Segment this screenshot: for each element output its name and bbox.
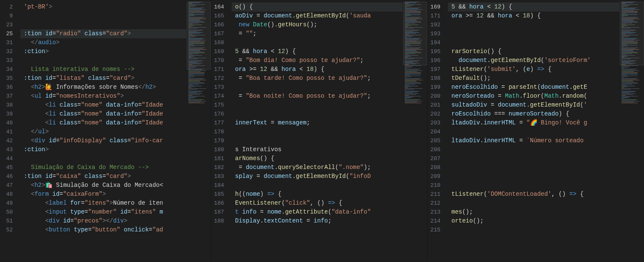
editor-pane-3[interactable]: 1691711921931941951961971981992002012022… [428,0,644,262]
code-line[interactable]: mes(); [451,208,619,217]
line-number: 202 [428,110,448,118]
code-line[interactable]: new Date().getHours(); [235,20,403,29]
line-number: 169 [428,3,448,11]
code-line[interactable]: document.getElementById('sorteioForm' [451,56,619,65]
line-number: 181 [211,154,232,163]
line-number: 40 [0,118,20,127]
code-line[interactable]: ora >= 12 && hora < 18) { [235,65,403,74]
code-line[interactable] [451,181,619,190]
code-line[interactable]: t info = nome.getAttribute("data-info" [235,208,403,217]
code-line[interactable]: innerText = mensagem; [235,118,403,127]
code-line[interactable]: <h2>🙋 Informações sobre Nomes</h2> [24,83,186,92]
code-line[interactable]: <ul id="nomesInterativos"> [24,92,186,101]
code-line[interactable]: <h2>🛍️ Simulação de Caixa do Mercado< [24,181,186,190]
code-line[interactable]: aoDiv = document.getElementById('sauda [235,11,403,20]
code-line[interactable] [451,225,619,234]
line-number: 48 [0,190,20,199]
code-line[interactable] [451,20,619,29]
code-line[interactable]: orteio(); [451,217,619,225]
code-line[interactable]: EventListener("click", () => { [235,199,403,208]
code-line[interactable]: = "Boa tarde! Como posso te ajudar?"; [235,74,403,83]
code-line[interactable]: ltadoDiv.innerHTML = `Número sorteado [451,136,619,145]
line-number: 214 [428,217,448,225]
minimap-viewport-3[interactable] [620,2,644,65]
code-line[interactable] [24,20,186,29]
code-line[interactable] [235,38,403,47]
code-line[interactable]: :ction> [24,47,186,56]
code-line[interactable]: 5 && hora < 12) { [235,47,403,56]
code-line[interactable] [235,181,403,190]
code-line[interactable]: :tion id="caixa" class="card"> [24,172,186,181]
code-line[interactable]: arNomes() { [235,154,403,163]
code-line[interactable]: <button type="button" onclick="ad [24,225,186,234]
code-line[interactable] [24,154,186,163]
code-line[interactable]: = "Bom dia! Como posso te ajudar?"; [235,56,403,65]
code-line[interactable]: = ""; [235,29,403,38]
line-number: 173 [211,83,232,92]
code-line[interactable]: o() { [232,3,403,11]
code-line[interactable]: h((nome) => { [235,190,403,199]
code-line[interactable]: tDefault(); [451,74,619,83]
code-line[interactable] [24,11,186,20]
code-line[interactable]: <li class="nome" data-info="Idade [24,118,186,127]
line-number: 188 [211,217,232,225]
code-line[interactable]: tListener('DOMContentLoaded', () => { [451,190,619,199]
code-line[interactable] [451,38,619,47]
code-line[interactable] [451,163,619,172]
code-area-2[interactable]: o() {aoDiv = document.getElementById('sa… [232,0,403,262]
line-number: 183 [211,172,232,181]
code-line[interactable] [235,110,403,118]
code-line[interactable]: :tion id="radio" class="card"> [20,29,186,38]
code-area-1[interactable]: 'pt-BR'>:tion id="radio" class="card"> <… [20,0,186,262]
code-line[interactable] [24,56,186,65]
code-line[interactable]: = "Boa noite! Como posso te ajudar?"; [235,92,403,101]
code-line[interactable]: <div id="infoDisplay" class="info-car [24,136,186,145]
line-number: 23 [0,20,20,29]
code-line[interactable]: Simulação de Caixa do Mercado --> [24,163,186,172]
minimap-3[interactable] [619,0,644,262]
code-line[interactable] [451,154,619,163]
code-line[interactable]: = document.querySelectorAll(".nome"); [235,163,403,172]
code-line[interactable]: </audio> [24,38,186,47]
code-line[interactable]: :ction> [24,145,186,154]
code-line[interactable]: ora >= 12 && hora < 18) { [451,11,619,20]
code-line[interactable]: neroSorteado = Math.floor(Math.random( [451,92,619,101]
code-line[interactable]: neroEscolhido = parseInt(document.getE [451,83,619,92]
editor-pane-1[interactable]: 2923253132333435363738394041424344454647… [0,0,211,262]
editor-pane-2[interactable]: 1641651661671681691701711721731741751761… [211,0,428,262]
code-line[interactable]: ltadoDiv.innerHTML = "🌈 Bingo! Você g [451,118,619,127]
code-line[interactable] [235,83,403,92]
code-line[interactable]: rarSorteio() { [451,47,619,56]
code-line[interactable]: 'pt-BR'> [24,3,186,11]
code-line[interactable] [451,199,619,208]
code-line[interactable] [451,145,619,154]
code-line[interactable]: <li class="nome" data-info="Idade [24,110,186,118]
minimap-2[interactable] [403,0,427,262]
code-area-3[interactable]: 5 && hora < 12) {ora >= 12 && hora < 18)… [448,0,619,262]
code-line[interactable]: <form id="caixaForm"> [24,190,186,199]
code-line[interactable] [451,172,619,181]
code-line[interactable]: :tion id="listas" class="card"> [24,74,186,83]
code-line[interactable]: 5 && hora < 12) { [448,3,619,11]
code-line[interactable]: <label for="itens">Número de iten [24,199,186,208]
minimap-viewport-2[interactable] [403,2,427,65]
code-line[interactable]: Lista interativa de nomes --> [24,65,186,74]
line-number: 9 [0,11,20,20]
code-line[interactable] [451,127,619,136]
code-line[interactable]: <li class="nome" data-info="Idade [24,101,186,110]
code-line[interactable]: <div id="precos"></div> [24,217,186,225]
code-line[interactable]: sultadoDiv = document.getElementById(' [451,101,619,110]
code-line[interactable]: tListener('submit', (e) => { [451,65,619,74]
minimap-viewport-1[interactable] [187,2,211,70]
code-line[interactable]: roEscolhido === numeroSorteado) { [451,110,619,118]
code-line[interactable] [235,101,403,110]
code-line[interactable] [235,136,403,145]
code-line[interactable]: </ul> [24,127,186,136]
code-line[interactable]: splay = document.getElementById("infoD [235,172,403,181]
code-line[interactable] [451,29,619,38]
code-line[interactable] [235,127,403,136]
minimap-1[interactable] [186,0,211,262]
code-line[interactable]: Display.textContent = info; [235,217,403,225]
code-line[interactable]: s Interativos [235,145,403,154]
code-line[interactable]: <input type="number" id="itens" m [24,208,186,217]
